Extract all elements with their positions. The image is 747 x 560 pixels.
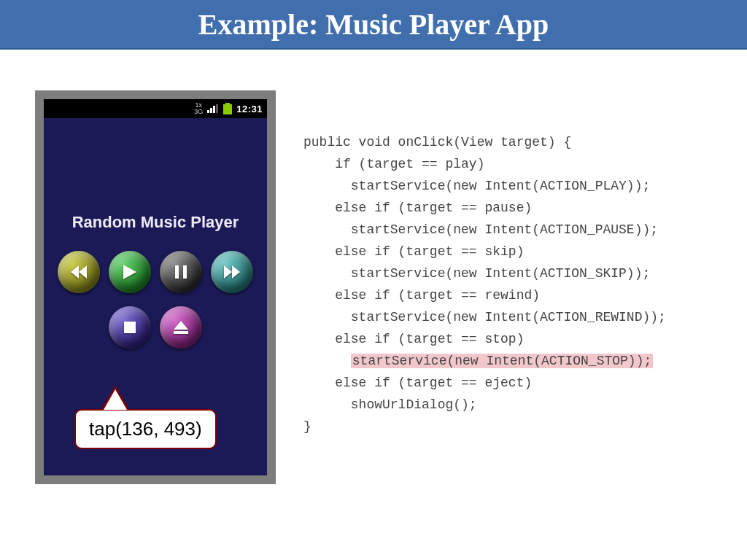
code-line: else if (target == skip) bbox=[303, 244, 524, 259]
play-button[interactable] bbox=[109, 251, 151, 293]
svg-rect-2 bbox=[213, 106, 215, 113]
code-line: showUrlDialog(); bbox=[303, 397, 477, 412]
svg-rect-1 bbox=[210, 108, 212, 113]
code-line: else if (target == rewind) bbox=[303, 288, 540, 303]
pause-button[interactable] bbox=[160, 251, 202, 293]
svg-rect-9 bbox=[174, 331, 188, 334]
code-line: else if (target == stop) bbox=[303, 332, 524, 346]
code-line: else if (target == eject) bbox=[303, 376, 532, 390]
code-line: if (target == play) bbox=[303, 157, 484, 171]
code-line: else if (target == pause) bbox=[303, 201, 532, 215]
callout-arrow-icon bbox=[101, 386, 130, 411]
tap-callout: tap(136, 493) bbox=[74, 409, 217, 449]
svg-rect-5 bbox=[223, 104, 232, 114]
code-line: startService(new Intent(ACTION_SKIP)); bbox=[303, 266, 650, 281]
controls-row-1 bbox=[58, 251, 253, 293]
svg-rect-4 bbox=[225, 103, 230, 104]
callout-text: tap(136, 493) bbox=[89, 418, 202, 440]
code-line-highlighted: startService(new Intent(ACTION_STOP)); bbox=[351, 354, 653, 368]
status-bar: 1x3G 12:31 bbox=[44, 99, 267, 118]
phone-frame: 1x3G 12:31 Random Music Player bbox=[35, 90, 276, 484]
app-body: Random Music Player bbox=[44, 118, 267, 362]
code-line: public void onClick(View target) { bbox=[303, 135, 571, 149]
battery-icon bbox=[223, 103, 232, 114]
svg-rect-6 bbox=[175, 265, 179, 279]
code-line: } bbox=[303, 419, 311, 434]
svg-rect-8 bbox=[124, 322, 136, 333]
phone-screen: 1x3G 12:31 Random Music Player bbox=[44, 99, 267, 475]
code-line bbox=[303, 354, 351, 368]
status-clock: 12:31 bbox=[236, 104, 263, 114]
signal-icon bbox=[207, 104, 219, 113]
svg-rect-0 bbox=[207, 110, 209, 113]
title-bar: Example: Music Player App bbox=[0, 0, 747, 50]
svg-rect-3 bbox=[216, 104, 218, 113]
rewind-button[interactable] bbox=[58, 251, 100, 293]
controls-row-2 bbox=[109, 306, 202, 349]
code-line: startService(new Intent(ACTION_REWIND)); bbox=[303, 310, 666, 324]
app-title: Random Music Player bbox=[72, 213, 239, 232]
skip-button[interactable] bbox=[211, 251, 253, 293]
network-icon: 1x3G bbox=[194, 102, 203, 115]
code-block: public void onClick(View target) { if (t… bbox=[303, 131, 666, 438]
slide-title: Example: Music Player App bbox=[198, 7, 549, 42]
stop-button[interactable] bbox=[109, 306, 151, 349]
eject-button[interactable] bbox=[160, 306, 202, 349]
code-line: startService(new Intent(ACTION_PLAY)); bbox=[303, 179, 650, 193]
code-line: startService(new Intent(ACTION_PAUSE)); bbox=[303, 222, 658, 237]
svg-rect-7 bbox=[183, 265, 187, 279]
